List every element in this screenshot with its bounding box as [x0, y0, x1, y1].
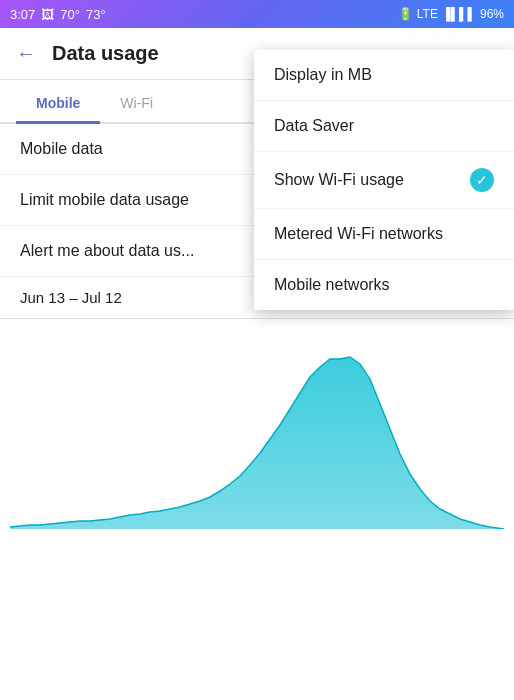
status-time: 3:07	[10, 7, 35, 22]
dropdown-menu: Display in MB Data Saver Show Wi-Fi usag…	[254, 50, 514, 310]
dropdown-label-mobile-networks: Mobile networks	[274, 276, 390, 294]
battery-percent: 96%	[480, 7, 504, 21]
page-title: Data usage	[52, 42, 159, 65]
dropdown-label-display-mb: Display in MB	[274, 66, 372, 84]
battery-icon: 🔋	[398, 7, 413, 21]
dropdown-label-show-wifi: Show Wi-Fi usage	[274, 171, 404, 189]
dropdown-label-data-saver: Data Saver	[274, 117, 354, 135]
svg-marker-0	[10, 357, 504, 529]
dropdown-item-data-saver[interactable]: Data Saver	[254, 101, 514, 152]
tab-mobile[interactable]: Mobile	[16, 85, 100, 124]
chart-area	[0, 319, 514, 700]
check-icon: ✓	[470, 168, 494, 192]
status-temp2: 73°	[86, 7, 106, 22]
status-left: 3:07 🖼 70° 73°	[10, 7, 106, 22]
photo-icon: 🖼	[41, 7, 54, 22]
back-button[interactable]: ←	[16, 42, 36, 65]
dropdown-item-display-mb[interactable]: Display in MB	[254, 50, 514, 101]
dropdown-label-metered-wifi: Metered Wi-Fi networks	[274, 225, 443, 243]
tab-wifi[interactable]: Wi-Fi	[100, 85, 173, 124]
date-range-text: Jun 13 – Jul 12	[20, 289, 122, 306]
status-right: 🔋 LTE ▐▌▌▌ 96%	[398, 7, 504, 21]
signal-bars: ▐▌▌▌	[442, 7, 476, 21]
dropdown-item-show-wifi[interactable]: Show Wi-Fi usage ✓	[254, 152, 514, 209]
status-bar: 3:07 🖼 70° 73° 🔋 LTE ▐▌▌▌ 96%	[0, 0, 514, 28]
status-temp1: 70°	[60, 7, 80, 22]
lte-label: LTE	[417, 7, 438, 21]
dropdown-item-mobile-networks[interactable]: Mobile networks	[254, 260, 514, 310]
usage-chart	[10, 329, 504, 529]
dropdown-item-metered-wifi[interactable]: Metered Wi-Fi networks	[254, 209, 514, 260]
